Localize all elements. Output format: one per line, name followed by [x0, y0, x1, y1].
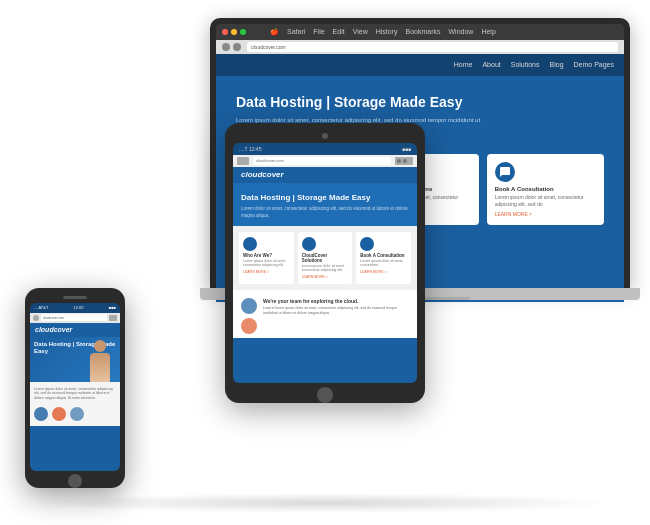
- phone-icon-row: [34, 407, 116, 421]
- phone-back-btn[interactable]: [33, 315, 39, 321]
- laptop-nav-dots: [222, 43, 241, 51]
- phone-content: Lorem ipsum dolor sit amet, consectetur …: [30, 382, 120, 427]
- menu-view: View: [353, 28, 368, 36]
- tablet-card-text-2: Lorem ipsum dolor sit amet, consectetur.: [360, 259, 407, 268]
- tablet-body: ....T 12:45 ■■■ cloudcover.com cl: [225, 123, 425, 403]
- tablet-cards: Who Are We? Lorem ipsum dolor sit amet, …: [233, 226, 417, 290]
- tablet-card-link-2[interactable]: LEARN MORE >: [360, 270, 407, 274]
- laptop-hero-title: Data Hosting | Storage Made Easy: [236, 94, 604, 111]
- tablet-team-content: We're your team for exploring the cloud.…: [263, 298, 409, 316]
- phone-share-btn[interactable]: [109, 315, 117, 321]
- laptop-card-2: Book A Consultation Lorem ipsum dolor si…: [487, 154, 604, 225]
- phone-person-illustration: [85, 340, 115, 382]
- tablet-team-icons: [241, 298, 257, 334]
- phone-urlbar: cloudcover.com: [30, 313, 120, 323]
- phone-person-head: [94, 340, 106, 352]
- back-button[interactable]: [222, 43, 230, 51]
- laptop-nav-blog[interactable]: Blog: [550, 61, 564, 68]
- tablet-action-icon-2: [403, 159, 407, 163]
- mac-dots: [222, 29, 246, 35]
- tablet-team-text: Lead in lorem ipsum dolor sit amet, cons…: [263, 306, 409, 316]
- tablet-back-btn[interactable]: [237, 157, 249, 165]
- laptop-urlbar: cloudcover.com: [216, 40, 624, 54]
- phone-nav-brand: cloudcover: [30, 323, 120, 337]
- tablet-battery: ■■■: [402, 146, 411, 152]
- menu-edit: Edit: [333, 28, 345, 36]
- laptop-nav-about[interactable]: About: [482, 61, 500, 68]
- tablet-hero-text: Lorem dolor sit amet, consectetur adipis…: [241, 206, 409, 220]
- tablet-nav-brand: cloudcover: [233, 167, 417, 183]
- tablet-urlbar: cloudcover.com: [233, 155, 417, 167]
- phone-battery: ■■■: [109, 305, 116, 310]
- laptop-nav-solutions[interactable]: Solutions: [511, 61, 540, 68]
- laptop-card-link-2[interactable]: LEARN MORE >: [495, 211, 596, 217]
- phone-brand-text: cloudcover: [35, 326, 72, 333]
- menu-history: History: [376, 28, 398, 36]
- tablet-team-section: We're your team for exploring the cloud.…: [233, 290, 417, 338]
- shadow: [35, 493, 615, 513]
- tablet-team-title: We're your team for exploring the cloud.: [263, 298, 409, 304]
- tablet-card-title-1: CloudCover Solutions: [302, 253, 349, 263]
- phone-feature-icon-2: [70, 407, 84, 421]
- tablet-card-text-0: Lorem ipsum dolor sit amet, consectetur …: [243, 259, 290, 268]
- phone-carrier: ....AT&T: [34, 305, 48, 310]
- phone-url-text: cloudcover.com: [43, 316, 64, 320]
- tablet-brand-text: cloudcover: [241, 170, 284, 179]
- laptop-card-text-2: Lorem ipsum dolor sit amet, consectetur …: [495, 194, 596, 208]
- tablet-card-text-1: Lorem ipsum dolor sit amet, consectetur …: [302, 264, 349, 273]
- phone-feature-icon-0: [34, 407, 48, 421]
- laptop-url-text: cloudcover.com: [251, 44, 286, 50]
- tablet-action-icon: [397, 159, 401, 163]
- menu-safari: Safari: [287, 28, 305, 36]
- tablet-statusbar: ....T 12:45 ■■■: [233, 143, 417, 155]
- phone-home-button[interactable]: [68, 474, 82, 488]
- mac-menu: 🍎 Safari File Edit View History Bookmark…: [270, 28, 496, 36]
- scene: 🍎 Safari File Edit View History Bookmark…: [10, 8, 640, 518]
- tablet-card-link-0[interactable]: LEARN MORE >: [243, 270, 290, 274]
- tablet-action-buttons: [395, 157, 413, 165]
- menu-window: Window: [448, 28, 473, 36]
- tablet-screen: ....T 12:45 ■■■ cloudcover.com cl: [233, 143, 417, 383]
- menu-bookmarks: Bookmarks: [405, 28, 440, 36]
- tablet-card-icon-1: [302, 237, 316, 251]
- phone-speaker: [63, 296, 87, 299]
- tablet-card-title-2: Book A Consultation: [360, 253, 407, 258]
- forward-button[interactable]: [233, 43, 241, 51]
- laptop-card-icon-2: [495, 162, 515, 182]
- tablet-card-icon-2: [360, 237, 374, 251]
- tablet-home-button[interactable]: [317, 387, 333, 403]
- tablet-carrier: ....T 12:45: [239, 146, 261, 152]
- tablet-device: ....T 12:45 ■■■ cloudcover.com cl: [225, 123, 425, 403]
- tablet-camera: [322, 133, 328, 139]
- laptop-menubar: 🍎 Safari File Edit View History Bookmark…: [216, 24, 624, 40]
- phone-person-body: [90, 353, 110, 382]
- phone-url-input[interactable]: cloudcover.com: [41, 314, 107, 321]
- minimize-dot: [231, 29, 237, 35]
- phone-screen: ....AT&T 12:00 ■■■ cloudcover.com cloudc…: [30, 303, 120, 471]
- close-dot: [222, 29, 228, 35]
- maximize-dot: [240, 29, 246, 35]
- laptop-nav-demo[interactable]: Demo Pages: [574, 61, 614, 68]
- menu-apple: 🍎: [270, 28, 279, 36]
- tablet-card-title-0: Who Are We?: [243, 253, 290, 258]
- tablet-card-1: CloudCover Solutions Lorem ipsum dolor s…: [298, 232, 353, 284]
- tablet-url-input[interactable]: cloudcover.com: [253, 157, 391, 165]
- tablet-url-text: cloudcover.com: [256, 158, 284, 163]
- tablet-team-icon-1: [241, 318, 257, 334]
- phone-feature-icon-1: [52, 407, 66, 421]
- tablet-card-0: Who Are We? Lorem ipsum dolor sit amet, …: [239, 232, 294, 284]
- tablet-card-icon-0: [243, 237, 257, 251]
- laptop-url-input[interactable]: cloudcover.com: [247, 42, 618, 52]
- phone-device: ....AT&T 12:00 ■■■ cloudcover.com cloudc…: [25, 288, 125, 488]
- phone-statusbar: ....AT&T 12:00 ■■■: [30, 303, 120, 313]
- menu-help: Help: [481, 28, 495, 36]
- laptop-nav: Home About Solutions Blog Demo Pages: [216, 54, 624, 76]
- phone-hero-image: Data Hosting | Storage Made Easy: [30, 337, 120, 382]
- laptop-card-title-2: Book A Consultation: [495, 186, 596, 192]
- laptop-nav-home[interactable]: Home: [454, 61, 473, 68]
- tablet-card-link-1[interactable]: LEARN MORE >: [302, 275, 349, 279]
- phone-time: 12:00: [74, 305, 84, 310]
- tablet-card-2: Book A Consultation Lorem ipsum dolor si…: [356, 232, 411, 284]
- tablet-hero-title: Data Hosting | Storage Made Easy: [241, 193, 409, 203]
- tablet-hero: Data Hosting | Storage Made Easy Lorem d…: [233, 183, 417, 226]
